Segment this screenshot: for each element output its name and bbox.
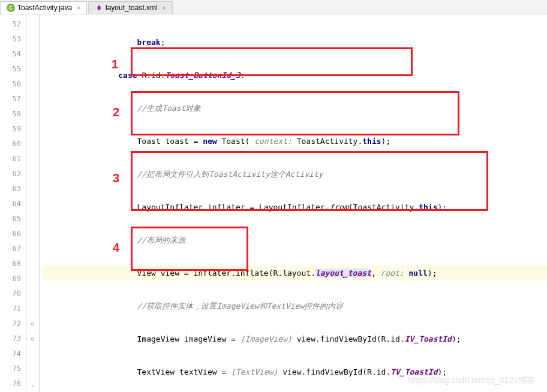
keyword-break: break [137,38,161,47]
line-number: 53 [0,32,26,47]
field-ref: IV_ToastId [405,334,452,343]
tab-label: layout_toast.xml [106,4,158,12]
comment: //布局的来源 [137,236,186,245]
param-hint: root: [381,269,409,278]
line-number: 65 [0,212,26,227]
keyword-this: this [419,203,437,212]
line-number: 64 [0,197,26,212]
line-number: 68 [0,257,26,272]
line-number: 70 [0,287,26,301]
line-number: 76 [0,376,26,391]
line-number: 66 [0,227,26,242]
line-number: 55 [0,62,26,77]
field-ref: Toast_ButtonId_3 [166,71,241,80]
line-number: 67 [0,242,26,257]
tab-java-file[interactable]: C ToastActivity.java × [0,1,87,14]
line-number: 62 [0,167,26,182]
comment: //获取控件实体，设置ImageView和TextView控件的内容 [137,301,344,310]
line-number: 59 [0,122,26,137]
close-icon[interactable]: × [77,5,80,11]
line-number: 57 [0,92,26,107]
line-number: 56 [0,77,26,92]
line-number: 58 [0,107,26,122]
field-ref: TV_ToastId [390,367,437,376]
keyword-this: this [362,137,381,146]
keyword-null: null [409,269,428,278]
close-icon[interactable]: × [163,5,166,11]
java-class-icon: C [7,4,15,12]
resource-ref: _toast [343,269,371,278]
line-number: 63 [0,182,26,197]
cast: (TextView) [231,367,278,376]
line-number: 72 [0,316,26,331]
line-number-gutter: 52 53 54 55 56 57 58 59 60 61 62 63 64 6… [0,14,26,392]
resource-ref: layout [315,269,344,278]
line-number: 60 [0,137,26,152]
code-area[interactable]: break; case R.id.Toast_ButtonId_3: //生成T… [40,14,547,392]
fold-gutter: ⊖ ⊖ ⌄ [26,14,40,392]
line-number: 71 [0,301,26,316]
line-number: 75 [0,361,26,376]
cast: (ImageView) [241,334,292,343]
fold-marker-icon[interactable]: ⊖ [26,331,39,346]
line-number: 52 [0,17,26,32]
static-method: from [329,203,348,212]
fold-marker-icon[interactable]: ⊖ [26,316,39,331]
line-number: 74 [0,346,26,361]
comment: //生成Toast对象 [137,104,202,113]
xml-file-icon: ⬮ [95,4,103,12]
param-hint: context: [250,137,296,146]
tab-xml-file[interactable]: ⬮ layout_toast.xml × [88,1,173,14]
line-number: 69 [0,272,26,287]
line-number: 54 [0,47,26,62]
line-number: 61 [0,152,26,167]
fold-marker-icon[interactable]: ⌄ [26,376,39,391]
comment: //把布局文件引入到ToastActivity这个Activity [137,170,323,179]
code-editor[interactable]: 52 53 54 55 56 57 58 59 60 61 62 63 64 6… [0,14,547,392]
tab-bar: C ToastActivity.java × ⬮ layout_toast.xm… [0,0,547,14]
line-number: 73 [0,331,26,346]
keyword-case: case [118,71,137,80]
keyword-new: new [203,137,217,146]
tab-label: ToastActivity.java [17,4,72,12]
